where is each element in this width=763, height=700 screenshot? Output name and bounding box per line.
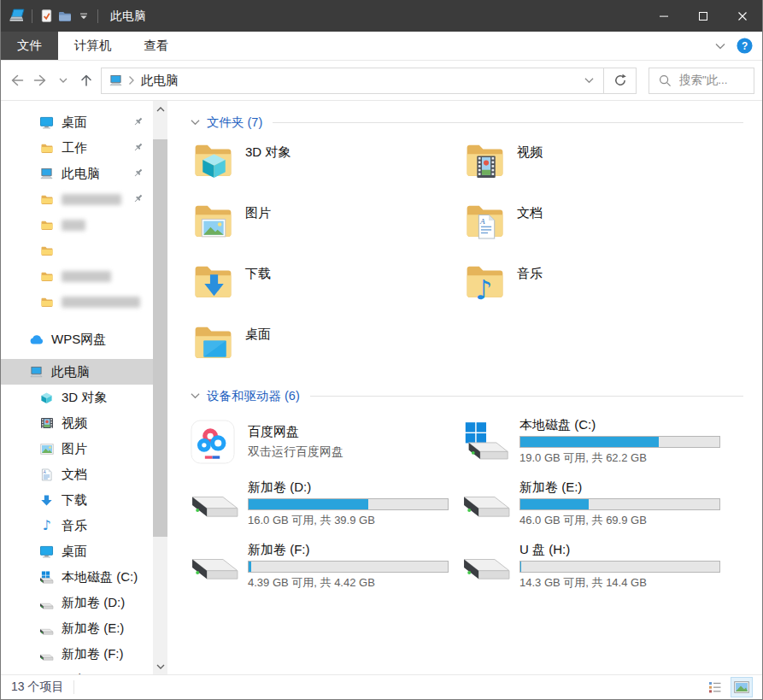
maximize-button[interactable] [684, 0, 723, 32]
folder-tile-music[interactable]: ♪音乐 [462, 258, 734, 319]
device-tile-baidu[interactable]: 百度网盘双击运行百度网盘 [191, 410, 462, 473]
devices-grid: 百度网盘双击运行百度网盘本地磁盘 (C:)19.0 GB 可用, 共 62.2 … [191, 410, 743, 597]
sidebar-item-folder-1[interactable]: 工作 [1, 135, 153, 161]
scroll-up-icon[interactable] [153, 102, 167, 116]
address-dropdown-chevron-icon[interactable] [575, 68, 603, 93]
sidebar-item-label: 音乐 [62, 518, 87, 534]
folder-icon [38, 143, 55, 154]
folder-tile-desktop[interactable]: 桌面 [191, 319, 462, 379]
sidebar-item-label: 新加卷 (D:) [62, 595, 125, 611]
sidebar-item-redacted-4[interactable] [1, 212, 153, 238]
device-tile-drive-4[interactable]: 新加卷 (F:)4.39 GB 可用, 共 4.42 GB [191, 535, 462, 597]
tab-view[interactable]: 查看 [128, 32, 185, 60]
close-button[interactable] [723, 0, 762, 32]
chevron-down-icon[interactable] [191, 119, 200, 126]
sidebar-item-drive-20[interactable]: 新加卷 (F:) [1, 641, 153, 667]
folder-tile-document[interactable]: A文档 [462, 197, 734, 258]
sidebar-item-picture-12[interactable]: 图片 [1, 436, 153, 462]
device-tile-drive-5[interactable]: U 盘 (H:)14.3 GB 可用, 共 14.4 GB [462, 535, 734, 597]
disk-usage-bar [519, 436, 720, 448]
collapse-ribbon-chevron-icon[interactable] [715, 43, 725, 50]
sidebar-scrollbar[interactable] [153, 101, 167, 674]
chevron-down-icon[interactable] [191, 392, 200, 399]
title-bar: 此电脑 [1, 0, 762, 32]
breadcrumb-chevron-icon[interactable] [128, 75, 135, 85]
sidebar-item-cloud-8[interactable]: WPS网盘 [1, 326, 153, 352]
address-bar[interactable]: 此电脑 [101, 68, 604, 94]
properties-icon[interactable] [37, 6, 56, 26]
help-button[interactable]: ? [737, 38, 753, 54]
redacted-label [62, 194, 121, 205]
device-title: 新加卷 (E:) [519, 479, 720, 496]
disk-usage-bar [519, 561, 720, 573]
folder-tile-video[interactable]: 视频 [462, 137, 734, 197]
search-icon [659, 74, 672, 87]
sidebar-item-computer-9[interactable]: 此电脑 [1, 359, 153, 385]
device-subtitle: 双击运行百度网盘 [248, 444, 343, 460]
device-tile-drive-1[interactable]: 本地磁盘 (C:)19.0 GB 可用, 共 62.2 GB [462, 410, 734, 473]
device-info: 百度网盘双击运行百度网盘 [248, 424, 343, 460]
sidebar-item-video-11[interactable]: 视频 [1, 410, 153, 436]
section-header-devices[interactable]: 设备和驱动器 (6) [191, 386, 743, 405]
qat-dropdown-icon[interactable] [74, 6, 93, 26]
breadcrumb[interactable]: 此电脑 [141, 73, 179, 89]
svg-text:?: ? [742, 40, 748, 52]
sidebar-item-drive-win-17[interactable]: 本地磁盘 (C:) [1, 564, 153, 590]
device-title: 新加卷 (D:) [248, 479, 449, 496]
sidebar-item-label: WPS网盘 [51, 332, 106, 348]
disk-usage-fill [520, 562, 521, 572]
folder-tile-cube[interactable]: 3D 对象 [191, 137, 462, 197]
details-view-button[interactable] [705, 678, 725, 697]
sidebar-item-cube-10[interactable]: 3D 对象 [1, 385, 153, 410]
drive-icon [38, 622, 55, 635]
new-folder-icon[interactable] [56, 6, 74, 26]
folders-grid: 3D 对象视频图片A文档下载♪音乐桌面 [191, 137, 743, 379]
sidebar-item-desktop-0[interactable]: 桌面 [1, 109, 153, 135]
device-tile-drive-3[interactable]: 新加卷 (E:)46.0 GB 可用, 共 69.9 GB [462, 473, 734, 535]
pin-icon [132, 168, 144, 179]
section-title: 设备和驱动器 (6) [207, 388, 300, 404]
sidebar-item-desktop-16[interactable]: 桌面 [1, 538, 153, 564]
sidebar-item-drive-18[interactable]: 新加卷 (D:) [1, 590, 153, 615]
refresh-button[interactable] [604, 68, 637, 94]
sidebar-item-redacted-7[interactable] [1, 289, 153, 315]
sidebar-item-label: 此电脑 [62, 166, 100, 182]
sidebar-item-label: 本地磁盘 (C:) [62, 569, 138, 585]
folder-icon [38, 245, 55, 256]
thumbnails-view-button[interactable] [731, 678, 752, 697]
scrollbar-thumb[interactable] [153, 139, 167, 537]
recent-locations-chevron-icon[interactable] [51, 68, 74, 92]
scroll-down-icon[interactable] [153, 659, 167, 674]
device-tile-drive-2[interactable]: 新加卷 (D:)16.0 GB 可用, 共 39.9 GB [191, 473, 462, 535]
section-divider [310, 396, 743, 397]
search-input[interactable]: 搜索"此... [649, 68, 754, 94]
computer-icon [38, 168, 55, 180]
up-button[interactable] [74, 68, 97, 92]
drive-icon [191, 490, 248, 519]
svg-text:A: A [479, 217, 485, 226]
sidebar-item-redacted-3[interactable] [1, 186, 153, 212]
disk-usage-fill [249, 499, 368, 509]
tab-file[interactable]: 文件 [1, 32, 58, 60]
forward-button[interactable] [28, 68, 51, 92]
section-header-folders[interactable]: 文件夹 (7) [191, 113, 743, 132]
folder-cube-icon [191, 137, 236, 182]
redacted-label [62, 220, 85, 231]
sidebar-item-redacted-5[interactable] [1, 238, 153, 263]
sidebar-item-drive-21[interactable]: U 盘 (H:) [1, 667, 153, 674]
drive-icon [462, 490, 519, 519]
folder-picture-icon [191, 197, 236, 243]
tab-computer[interactable]: 计算机 [58, 32, 128, 60]
back-button[interactable] [5, 68, 28, 92]
minimize-button[interactable] [644, 0, 684, 32]
sidebar-item-document-13[interactable]: A文档 [1, 462, 153, 487]
sidebar-item-drive-19[interactable]: 新加卷 (E:) [1, 615, 153, 641]
sidebar-item-music-15[interactable]: ♪音乐 [1, 513, 153, 538]
sidebar-item-download-14[interactable]: 下载 [1, 487, 153, 513]
item-count: 13 个项目 [11, 679, 63, 695]
navigation-pane: 桌面工作此电脑WPS网盘此电脑3D 对象视频图片A文档下载♪音乐桌面本地磁盘 (… [1, 101, 153, 674]
sidebar-item-computer-2[interactable]: 此电脑 [1, 161, 153, 186]
folder-tile-download[interactable]: 下载 [191, 258, 462, 319]
folder-tile-picture[interactable]: 图片 [191, 197, 462, 258]
sidebar-item-redacted-6[interactable] [1, 263, 153, 289]
